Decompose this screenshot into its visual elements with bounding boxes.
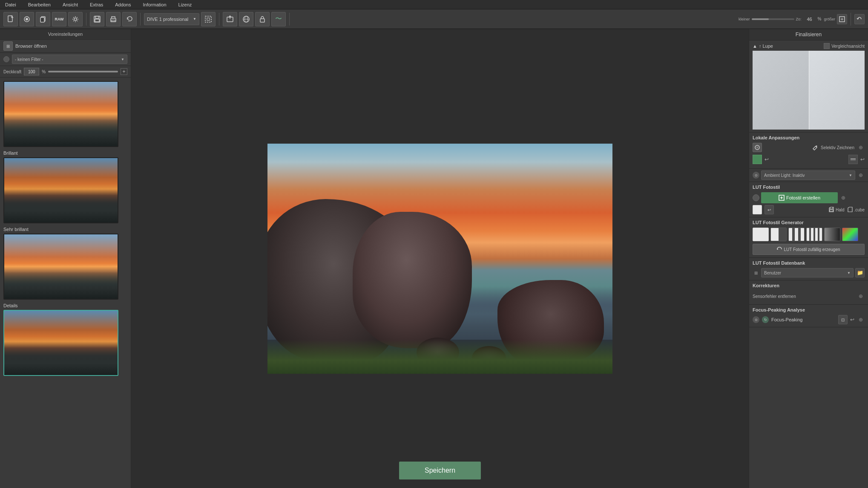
opacity-slider[interactable] (48, 71, 118, 72)
lut-fotostil-section: LUT Fotostil Fotostil erstellen ⊕ ↩ Hald (749, 182, 868, 217)
preset-section-details: Details (3, 303, 127, 376)
vergleich-btn[interactable]: Vergleichsansicht (824, 43, 865, 49)
lut-save-icon[interactable]: Hald (828, 207, 845, 213)
undo-icon-1[interactable]: ↩ (765, 156, 769, 162)
lokale-tool-icon[interactable] (753, 143, 762, 152)
selektiv-extra[interactable]: ⊕ (857, 144, 865, 151)
lupe-expand-icon[interactable]: ▲ (753, 43, 757, 49)
ambient-extra[interactable]: ⊕ (857, 171, 865, 179)
lokale-tools: Selektiv Zeichnen ⊕ (753, 143, 865, 152)
gen-btn-half[interactable] (770, 228, 787, 241)
save-file-btn[interactable] (90, 12, 104, 26)
korrekturen-section: Korrekturen Sensorfehler entfernen ⊕ (749, 280, 868, 305)
capture-btn[interactable] (20, 12, 34, 26)
sensorfehler-extra[interactable]: ⊕ (857, 292, 865, 300)
product-dropdown[interactable]: DIVE 1 professional ▼ (144, 13, 199, 25)
focus-tool-1[interactable]: ⊡ (838, 315, 848, 324)
preset-thumbnail-sehr-brillant[interactable] (3, 234, 118, 300)
lut-square-green[interactable] (753, 155, 762, 164)
print-btn[interactable] (106, 12, 121, 26)
lokale-anpassungen-section: Lokale Anpassungen Selektiv Zeichnen ⊕ ↩ (749, 133, 868, 169)
menu-bearbeiten[interactable]: Bearbeiten (26, 1, 52, 8)
sep2 (140, 13, 141, 26)
menu-extras[interactable]: Extras (88, 1, 105, 8)
gen-btn-color[interactable] (842, 228, 858, 241)
browser-open-btn[interactable]: Browser öffnen (15, 43, 47, 49)
add-preset-btn[interactable]: + (121, 68, 127, 75)
filter-dropdown[interactable]: - keinen Filter - ▼ (12, 55, 127, 64)
ambient-icon[interactable]: ⊙ (753, 172, 759, 179)
zoom-percent: % (818, 17, 822, 21)
lut-create-btn[interactable]: Fotostil erstellen (761, 192, 838, 203)
preset-thumbnail-details[interactable] (3, 310, 118, 376)
menu-lizenz[interactable]: Lizenz (177, 1, 194, 8)
preview-divider (809, 51, 809, 130)
menu-addons[interactable]: Addons (113, 1, 132, 8)
preview-right (809, 51, 865, 130)
undo-icon-2[interactable]: ↩ (860, 156, 865, 162)
gen-btn-white[interactable] (753, 228, 769, 241)
lut-circle-btn[interactable] (753, 194, 759, 201)
center-panel: Speichern (131, 29, 749, 488)
lut-white-square[interactable] (753, 205, 762, 214)
preset-thumbnail-0[interactable] (3, 81, 118, 147)
filter-icon[interactable] (3, 56, 9, 62)
menu-datei[interactable]: Datei (3, 1, 18, 8)
focus-undo[interactable]: ↩ (850, 317, 854, 323)
grid-view-btn[interactable]: ⊞ (3, 41, 13, 51)
svg-rect-8 (95, 19, 99, 22)
lut-row: ↩ Hald .cube (753, 205, 865, 214)
gen-btn-thirds[interactable] (788, 228, 805, 241)
focus-extra[interactable]: ⊕ (857, 316, 865, 323)
focus-label: Focus-Peaking (771, 317, 802, 322)
zoom-larger-label: größer (824, 17, 835, 21)
menu-information[interactable]: Information (141, 1, 168, 8)
rotate-btn[interactable] (854, 14, 865, 24)
zoom-smaller-label: kleiner (739, 17, 750, 21)
undo-btn[interactable] (122, 12, 137, 26)
lokale-title: Lokale Anpassungen (753, 135, 865, 140)
gen-btn-gradient[interactable] (824, 228, 840, 241)
ambient-arrow: ▼ (849, 173, 852, 177)
vergleich-label: Vergleichsansicht (831, 44, 865, 49)
preset-label-details: Details (3, 303, 127, 308)
ambient-dropdown[interactable]: Ambient Light: Inaktiv ▼ (761, 170, 855, 180)
lut-extra[interactable]: ⊕ (839, 194, 847, 202)
opacity-input[interactable] (24, 68, 39, 75)
db-grid-icon[interactable]: ⊞ (753, 269, 759, 276)
web-btn[interactable] (239, 12, 253, 26)
lock-btn[interactable] (255, 12, 270, 26)
folder-btn[interactable]: 📁 (855, 268, 865, 277)
preset-section-0 (3, 81, 127, 147)
zoom-slider[interactable] (752, 18, 794, 20)
save-button[interactable]: Speichern (399, 462, 481, 479)
zoom-area: kleiner Zo: 46 % größer (739, 13, 865, 26)
panel-tools: ⊞ Browser öffnen (0, 40, 131, 53)
raw-btn[interactable]: RAW (52, 12, 66, 26)
focus-icon[interactable]: ⊙ (753, 316, 759, 323)
lut-hold-label: Hald (836, 208, 845, 212)
dropdown-arrow: ▼ (193, 17, 196, 21)
left-panel-header: Voreinstellungen (0, 29, 131, 40)
focus-refresh-icon[interactable]: ↻ (762, 316, 769, 323)
lupe-section: ▲ ↑ Lupe Vergleichsansicht (749, 40, 868, 133)
pencil-icon[interactable] (812, 144, 818, 150)
transform-btn[interactable] (201, 12, 216, 26)
new-file-btn[interactable] (3, 12, 18, 26)
main-image (267, 144, 612, 374)
copy-btn[interactable] (36, 12, 50, 26)
wave-btn[interactable]: 〜 (271, 12, 286, 26)
zoom-fit-btn[interactable] (837, 14, 847, 24)
lut-random-btn[interactable]: LUT Fotostil zufällig erzeugen (753, 244, 865, 255)
menu-ansicht[interactable]: Ansicht (61, 1, 80, 8)
gen-btn-quarters[interactable] (806, 228, 822, 241)
lut-undo-btn[interactable]: ↩ (765, 205, 774, 214)
lut-cube-btn[interactable]: .cube (847, 207, 865, 213)
lut-db-row: ⊞ Benutzer ▼ 📁 (753, 268, 865, 277)
export-btn[interactable] (223, 12, 237, 26)
preset-thumbnail-brillant[interactable] (3, 157, 118, 223)
db-dropdown[interactable]: Benutzer ▼ (761, 268, 854, 277)
line-icon-1[interactable] (848, 155, 858, 164)
settings-btn[interactable] (68, 12, 83, 26)
svg-rect-16 (260, 19, 264, 22)
